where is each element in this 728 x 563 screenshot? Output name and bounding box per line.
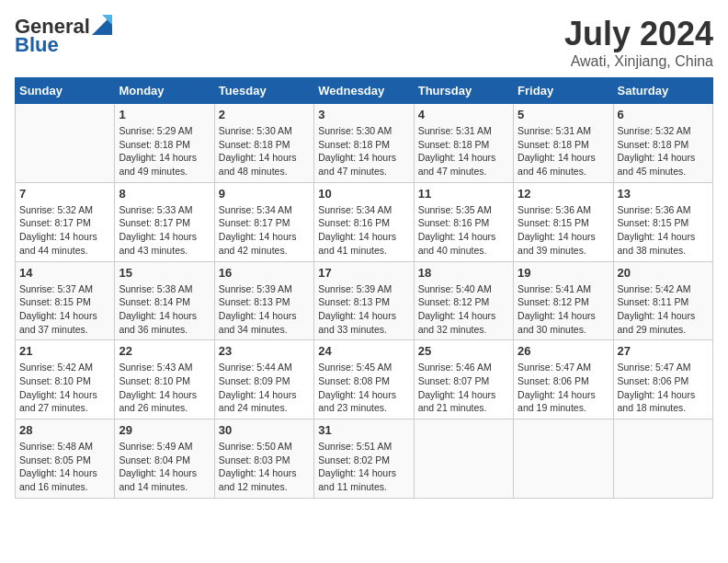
calendar-cell: 11Sunrise: 5:35 AM Sunset: 8:16 PM Dayli… <box>414 182 513 261</box>
calendar-week-row: 7Sunrise: 5:32 AM Sunset: 8:17 PM Daylig… <box>16 182 713 261</box>
col-header-sunday: Sunday <box>16 78 115 104</box>
day-info: Sunrise: 5:43 AM Sunset: 8:10 PM Dayligh… <box>119 361 210 415</box>
day-info: Sunrise: 5:32 AM Sunset: 8:17 PM Dayligh… <box>19 203 110 258</box>
calendar-week-row: 28Sunrise: 5:48 AM Sunset: 8:05 PM Dayli… <box>16 419 713 499</box>
day-number: 7 <box>19 187 110 201</box>
day-number: 12 <box>518 187 609 201</box>
day-number: 6 <box>618 108 709 121</box>
month-year: July 2024 <box>564 15 713 53</box>
calendar-cell: 1Sunrise: 5:29 AM Sunset: 8:18 PM Daylig… <box>115 104 214 183</box>
calendar-cell: 8Sunrise: 5:33 AM Sunset: 8:17 PM Daylig… <box>115 182 214 261</box>
day-number: 8 <box>119 187 210 201</box>
day-info: Sunrise: 5:40 AM Sunset: 8:12 PM Dayligh… <box>418 282 509 337</box>
calendar-cell: 4Sunrise: 5:31 AM Sunset: 8:18 PM Daylig… <box>414 104 513 183</box>
day-number: 21 <box>19 344 110 358</box>
col-header-friday: Friday <box>514 78 613 104</box>
day-info: Sunrise: 5:42 AM Sunset: 8:11 PM Dayligh… <box>618 282 709 337</box>
day-number: 29 <box>119 423 210 437</box>
logo: General Blue <box>15 15 112 57</box>
day-number: 27 <box>618 344 709 358</box>
calendar-week-row: 14Sunrise: 5:37 AM Sunset: 8:15 PM Dayli… <box>16 261 713 340</box>
day-info: Sunrise: 5:49 AM Sunset: 8:04 PM Dayligh… <box>119 440 210 494</box>
day-info: Sunrise: 5:42 AM Sunset: 8:10 PM Dayligh… <box>19 361 110 415</box>
day-info: Sunrise: 5:34 AM Sunset: 8:17 PM Dayligh… <box>219 203 310 258</box>
day-number: 31 <box>318 423 409 437</box>
day-number: 11 <box>418 187 509 201</box>
day-number: 25 <box>418 344 509 358</box>
calendar-cell: 23Sunrise: 5:44 AM Sunset: 8:09 PM Dayli… <box>214 340 313 419</box>
calendar-cell: 2Sunrise: 5:30 AM Sunset: 8:18 PM Daylig… <box>214 104 313 183</box>
calendar-cell: 6Sunrise: 5:32 AM Sunset: 8:18 PM Daylig… <box>613 104 712 183</box>
calendar-cell: 21Sunrise: 5:42 AM Sunset: 8:10 PM Dayli… <box>16 340 115 419</box>
calendar-cell: 20Sunrise: 5:42 AM Sunset: 8:11 PM Dayli… <box>613 261 712 340</box>
day-number: 18 <box>418 266 509 280</box>
calendar-cell: 30Sunrise: 5:50 AM Sunset: 8:03 PM Dayli… <box>214 419 313 499</box>
day-info: Sunrise: 5:38 AM Sunset: 8:14 PM Dayligh… <box>119 282 210 337</box>
location: Awati, Xinjiang, China <box>564 53 713 70</box>
calendar-cell: 28Sunrise: 5:48 AM Sunset: 8:05 PM Dayli… <box>16 419 115 499</box>
title-section: July 2024 Awati, Xinjiang, China <box>564 15 713 70</box>
calendar-cell: 26Sunrise: 5:47 AM Sunset: 8:06 PM Dayli… <box>514 340 613 419</box>
day-number: 2 <box>219 108 310 121</box>
col-header-saturday: Saturday <box>613 78 712 104</box>
calendar-cell: 5Sunrise: 5:31 AM Sunset: 8:18 PM Daylig… <box>514 104 613 183</box>
calendar-cell: 22Sunrise: 5:43 AM Sunset: 8:10 PM Dayli… <box>115 340 214 419</box>
col-header-thursday: Thursday <box>414 78 513 104</box>
calendar-cell: 29Sunrise: 5:49 AM Sunset: 8:04 PM Dayli… <box>115 419 214 499</box>
day-number: 30 <box>219 423 310 437</box>
calendar-cell: 31Sunrise: 5:51 AM Sunset: 8:02 PM Dayli… <box>314 419 414 499</box>
day-number: 19 <box>518 266 609 280</box>
logo-blue: Blue <box>15 33 59 57</box>
day-number: 17 <box>318 266 409 280</box>
calendar-cell: 9Sunrise: 5:34 AM Sunset: 8:17 PM Daylig… <box>214 182 313 261</box>
col-header-wednesday: Wednesday <box>314 78 414 104</box>
day-number: 1 <box>119 108 210 121</box>
day-info: Sunrise: 5:36 AM Sunset: 8:15 PM Dayligh… <box>618 203 709 258</box>
day-info: Sunrise: 5:51 AM Sunset: 8:02 PM Dayligh… <box>318 440 409 494</box>
day-number: 14 <box>19 266 110 280</box>
calendar-cell <box>514 419 613 499</box>
day-number: 3 <box>318 108 409 121</box>
col-header-monday: Monday <box>115 78 214 104</box>
day-info: Sunrise: 5:32 AM Sunset: 8:18 PM Dayligh… <box>618 124 709 178</box>
calendar-cell: 27Sunrise: 5:47 AM Sunset: 8:06 PM Dayli… <box>613 340 712 419</box>
calendar-table: SundayMondayTuesdayWednesdayThursdayFrid… <box>15 77 713 499</box>
day-info: Sunrise: 5:48 AM Sunset: 8:05 PM Dayligh… <box>19 440 110 494</box>
calendar-cell: 19Sunrise: 5:41 AM Sunset: 8:12 PM Dayli… <box>514 261 613 340</box>
calendar-week-row: 1Sunrise: 5:29 AM Sunset: 8:18 PM Daylig… <box>16 104 713 183</box>
calendar-header-row: SundayMondayTuesdayWednesdayThursdayFrid… <box>16 78 713 104</box>
day-info: Sunrise: 5:29 AM Sunset: 8:18 PM Dayligh… <box>119 124 210 178</box>
day-number: 16 <box>219 266 310 280</box>
day-info: Sunrise: 5:47 AM Sunset: 8:06 PM Dayligh… <box>618 361 709 415</box>
day-info: Sunrise: 5:47 AM Sunset: 8:06 PM Dayligh… <box>518 361 609 415</box>
header: General Blue July 2024 Awati, Xinjiang, … <box>15 15 713 70</box>
calendar-week-row: 21Sunrise: 5:42 AM Sunset: 8:10 PM Dayli… <box>16 340 713 419</box>
day-info: Sunrise: 5:34 AM Sunset: 8:16 PM Dayligh… <box>318 203 409 258</box>
calendar-cell: 13Sunrise: 5:36 AM Sunset: 8:15 PM Dayli… <box>613 182 712 261</box>
calendar-cell: 10Sunrise: 5:34 AM Sunset: 8:16 PM Dayli… <box>314 182 414 261</box>
logo-icon <box>92 15 112 35</box>
day-number: 10 <box>318 187 409 201</box>
calendar-cell: 17Sunrise: 5:39 AM Sunset: 8:13 PM Dayli… <box>314 261 414 340</box>
day-number: 20 <box>618 266 709 280</box>
calendar-cell: 25Sunrise: 5:46 AM Sunset: 8:07 PM Dayli… <box>414 340 513 419</box>
day-info: Sunrise: 5:45 AM Sunset: 8:08 PM Dayligh… <box>318 361 409 415</box>
day-number: 23 <box>219 344 310 358</box>
day-number: 9 <box>219 187 310 201</box>
day-info: Sunrise: 5:50 AM Sunset: 8:03 PM Dayligh… <box>219 440 310 494</box>
day-info: Sunrise: 5:35 AM Sunset: 8:16 PM Dayligh… <box>418 203 509 258</box>
day-number: 5 <box>518 108 609 121</box>
col-header-tuesday: Tuesday <box>214 78 313 104</box>
calendar-cell <box>414 419 513 499</box>
day-number: 22 <box>119 344 210 358</box>
day-info: Sunrise: 5:39 AM Sunset: 8:13 PM Dayligh… <box>219 282 310 337</box>
day-info: Sunrise: 5:33 AM Sunset: 8:17 PM Dayligh… <box>119 203 210 258</box>
calendar-cell: 18Sunrise: 5:40 AM Sunset: 8:12 PM Dayli… <box>414 261 513 340</box>
day-info: Sunrise: 5:41 AM Sunset: 8:12 PM Dayligh… <box>518 282 609 337</box>
day-number: 15 <box>119 266 210 280</box>
day-number: 24 <box>318 344 409 358</box>
day-number: 28 <box>19 423 110 437</box>
calendar-cell: 24Sunrise: 5:45 AM Sunset: 8:08 PM Dayli… <box>314 340 414 419</box>
calendar-cell: 14Sunrise: 5:37 AM Sunset: 8:15 PM Dayli… <box>16 261 115 340</box>
calendar-cell <box>613 419 712 499</box>
